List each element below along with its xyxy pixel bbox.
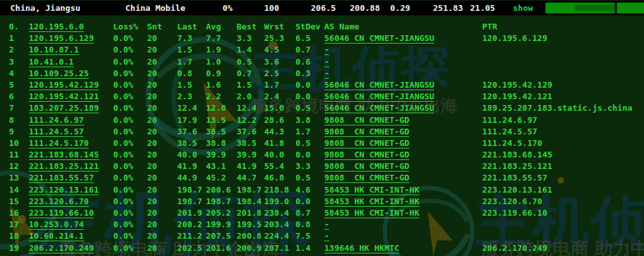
- loss-cell: 0.0%: [113, 91, 133, 102]
- loss-cell: 0.0%: [113, 126, 133, 138]
- ip-link[interactable]: 206.2.170.249: [29, 243, 94, 254]
- asname-link[interactable]: 56046 CN CMNET-JIANGSU: [324, 91, 434, 102]
- stdev-cell: 3.8: [295, 115, 310, 126]
- summary-best: 0.29: [390, 1, 410, 15]
- asname-link[interactable]: 56046 CN CMNET-JIANGSU: [324, 33, 434, 44]
- ip-link[interactable]: 10.41.0.1: [29, 56, 74, 68]
- stdev-cell: 1.4: [295, 243, 310, 254]
- ptr-cell: 221.183.55.57: [482, 172, 547, 184]
- ip-link[interactable]: 10.10.87.1: [29, 44, 79, 56]
- ip-link[interactable]: 10.60.214.1: [29, 230, 84, 242]
- asname-link[interactable]: 9808 CN CMNET-GD: [324, 149, 409, 161]
- wrst-cell: 55.4: [264, 161, 284, 172]
- ip-link[interactable]: 111.24.5.170: [29, 138, 89, 149]
- ip-link[interactable]: 223.119.66.10: [29, 207, 94, 219]
- snt-cell: 20: [147, 138, 157, 149]
- ip-link[interactable]: 120.195.6.0: [29, 21, 84, 33]
- ptr-cell: 223.120.13.161: [482, 184, 553, 196]
- ip-link[interactable]: 223.120.13.161: [29, 184, 99, 196]
- trace-row: 11 221.183.68.145 0.0% 20 40.0 39.9 39.9…: [0, 149, 644, 161]
- best-cell: 44.7: [237, 172, 256, 184]
- ip-link[interactable]: 10.109.25.25: [29, 68, 89, 79]
- ip-link[interactable]: 120.195.42.129: [29, 79, 99, 91]
- asname-link[interactable]: -: [324, 44, 329, 56]
- last-cell: 40.0: [177, 149, 197, 161]
- summary-sent: 100: [264, 1, 279, 15]
- hop-cell: 15: [9, 196, 19, 207]
- ip-link[interactable]: 183.207.25.189: [29, 102, 99, 114]
- trace-row: 10 111.24.5.170 0.0% 20 38.5 38.8 38.5 4…: [0, 138, 644, 149]
- hop-cell: 2: [9, 44, 14, 56]
- ip-link[interactable]: 223.120.6.70: [29, 196, 89, 207]
- asname-link[interactable]: 58453 HK CMI-INT-HK: [324, 196, 420, 207]
- best-cell: 3.3: [237, 33, 251, 44]
- ptr-cell: 206.2.170.249: [482, 243, 547, 254]
- stdev-cell: 0.0: [295, 91, 310, 102]
- avg-cell: 1.6: [206, 79, 221, 91]
- ip-link[interactable]: 120.195.42.121: [29, 91, 99, 102]
- wrst-cell: 207.1: [264, 243, 289, 254]
- asname-link[interactable]: -: [324, 56, 329, 68]
- ip-link[interactable]: 221.183.25.121: [29, 161, 99, 172]
- trace-row: 19 206.2.170.249 0.0% 20 202.5 201.6 200…: [0, 243, 644, 254]
- asname-link[interactable]: 9808 CN CMNET-GD: [324, 115, 409, 126]
- ip-link[interactable]: 221.183.55.57: [29, 172, 94, 184]
- best-cell: 41.9: [237, 161, 256, 172]
- asname-link[interactable]: 9808 CN CMNET-GD: [324, 161, 409, 172]
- asname-link[interactable]: 56046 CN CMNET-JIANGSU: [324, 79, 434, 91]
- asname-link[interactable]: 9808 CN CMNET-GD: [324, 126, 409, 138]
- best-cell: 199.5: [237, 219, 262, 230]
- snt-cell: 20: [147, 172, 157, 184]
- asname-link[interactable]: 58453 HK CMI-INT-HK: [324, 207, 420, 219]
- trace-row: 14 223.120.13.161 0.0% 20 198.7 200.6 19…: [0, 184, 644, 196]
- ip-link[interactable]: 111.24.5.57: [29, 126, 84, 138]
- wrst-cell: 203.4: [264, 219, 289, 230]
- loss-cell: 0.0%: [113, 184, 133, 196]
- wrst-cell: 2.4: [264, 91, 279, 102]
- best-cell: 200.9: [237, 243, 262, 254]
- ip-link[interactable]: 120.195.6.129: [29, 33, 94, 44]
- ptr-cell: 120.195.42.129: [482, 79, 553, 91]
- best-cell: 1.5: [237, 79, 251, 91]
- summary-last: 206.5: [311, 1, 336, 15]
- snt-cell: 20: [147, 196, 157, 207]
- ip-link[interactable]: 10.253.0.74: [29, 219, 84, 230]
- last-cell: 1.7: [177, 56, 192, 68]
- asname-link[interactable]: 9808 CN CMNET-GD: [324, 172, 409, 184]
- progress-tick[interactable]: [615, 3, 617, 13]
- trace-row: 5 120.195.42.129 0.0% 20 1.5 1.6 1.5 1.7…: [0, 79, 644, 91]
- loss-cell: 0.0%: [113, 56, 133, 68]
- show-link[interactable]: show: [513, 1, 533, 15]
- stdev-cell: 6.5: [295, 33, 310, 44]
- ptr-cell: 111.24.6.97: [482, 115, 537, 126]
- avg-cell: 38.8: [206, 138, 226, 149]
- ip-link[interactable]: 221.183.68.145: [29, 149, 99, 161]
- asname-link[interactable]: 58453 HK CMI-INT-HK: [324, 184, 420, 196]
- asname-link[interactable]: -: [324, 219, 329, 230]
- best-cell: 0.7: [237, 68, 251, 79]
- hop-cell: 4: [9, 68, 14, 79]
- avg-cell: 39.9: [206, 149, 226, 161]
- ptr-cell: 120.195.6.129: [482, 33, 547, 44]
- asname-link[interactable]: 56046 CN CMNET-JIANGSU: [324, 102, 434, 114]
- avg-cell: 12.8: [206, 102, 226, 114]
- asname-link[interactable]: 9808 CN CMNET-GD: [324, 138, 409, 149]
- snt-cell: 20: [147, 33, 157, 44]
- hop-cell: 11: [9, 149, 19, 161]
- stdev-cell: 3.3: [295, 161, 310, 172]
- wrst-cell: 4.5: [264, 44, 279, 56]
- progress-bar[interactable]: [546, 3, 644, 13]
- ip-link[interactable]: 111.24.6.97: [29, 115, 84, 126]
- loss-cell: 0.0%: [113, 172, 133, 184]
- asname-link[interactable]: 139646 HK HKMTC: [324, 243, 399, 254]
- best-cell: 39.9: [237, 149, 256, 161]
- last-cell: 2.3: [177, 91, 192, 102]
- asname-link[interactable]: -: [324, 68, 329, 79]
- last-cell: 198.7: [177, 196, 202, 207]
- asname-link[interactable]: -: [324, 230, 329, 242]
- summary-worst: 251.83: [433, 1, 463, 15]
- last-cell: 41.9: [177, 161, 197, 172]
- wrst-cell: 46.8: [264, 172, 284, 184]
- hop-cell: 6: [9, 91, 14, 102]
- avg-cell: 199.9: [206, 219, 231, 230]
